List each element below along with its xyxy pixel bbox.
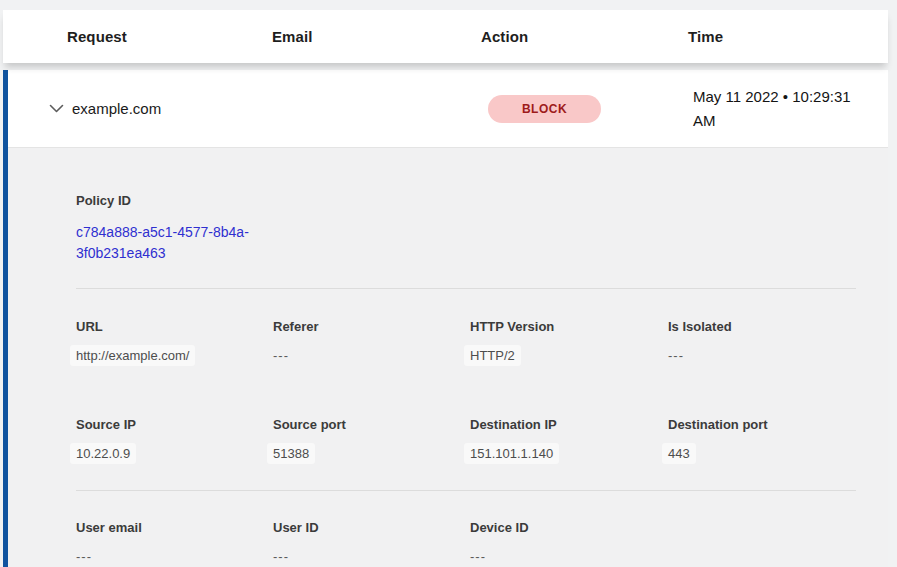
field-label: URL — [76, 319, 273, 334]
detail-field-row: URLhttp://example.com/Referer---HTTP Ver… — [76, 319, 865, 366]
field-value: 51388 — [273, 446, 470, 464]
field-value: --- — [273, 549, 470, 564]
field: Is Isolated--- — [668, 319, 865, 366]
field: User email--- — [76, 520, 273, 564]
column-header-request: Request — [67, 28, 272, 45]
expanded-log-row: example.com BLOCK May 11 2022 • 10:29:31… — [3, 70, 888, 567]
field: Destination port443 — [668, 417, 865, 464]
field-label: Destination port — [668, 417, 865, 432]
field-value: --- — [76, 549, 273, 564]
field-value: --- — [668, 348, 865, 363]
field-value: http://example.com/ — [76, 348, 273, 366]
field-value: --- — [470, 549, 668, 564]
field-value: 151.101.1.140 — [470, 446, 668, 464]
field-value: 10.22.0.9 — [76, 446, 273, 464]
field: Referer--- — [273, 319, 470, 366]
table-row[interactable]: example.com BLOCK May 11 2022 • 10:29:31… — [8, 70, 888, 148]
policy-id-field: Policy ID c784a888-a5c1-4577-8b4a-3f0b23… — [76, 193, 865, 264]
field: HTTP VersionHTTP/2 — [470, 319, 668, 366]
field-value: --- — [273, 348, 470, 363]
table-header: Request Email Action Time — [3, 10, 888, 63]
divider — [76, 288, 856, 289]
row-request-value: example.com — [72, 100, 277, 117]
column-header-time: Time — [688, 28, 888, 45]
field-label: Device ID — [470, 520, 668, 535]
field-label: User email — [76, 520, 273, 535]
field: URLhttp://example.com/ — [76, 319, 273, 366]
row-action-cell: BLOCK — [486, 95, 693, 123]
field: Destination IP151.101.1.140 — [470, 417, 668, 464]
detail-field-row: User email---User ID---Device ID--- — [76, 520, 865, 564]
row-expand-toggle[interactable] — [8, 104, 72, 113]
field-label: Source port — [273, 417, 470, 432]
field: Source port51388 — [273, 417, 470, 464]
row-time-value: May 11 2022 • 10:29:31 AM — [693, 85, 871, 133]
divider — [76, 490, 856, 491]
detail-field-row: Source IP10.22.0.9Source port51388Destin… — [76, 417, 865, 464]
field-value: 443 — [668, 446, 865, 464]
field-value: HTTP/2 — [470, 348, 668, 366]
field-label: Destination IP — [470, 417, 668, 432]
status-badge-block: BLOCK — [488, 95, 601, 123]
field: Source IP10.22.0.9 — [76, 417, 273, 464]
field-label: User ID — [273, 520, 470, 535]
policy-id-link[interactable]: c784a888-a5c1-4577-8b4a-3f0b231ea463 — [76, 222, 268, 264]
column-header-email: Email — [272, 28, 481, 45]
policy-id-label: Policy ID — [76, 193, 865, 208]
row-detail-panel: Policy ID c784a888-a5c1-4577-8b4a-3f0b23… — [8, 148, 888, 567]
field-label: HTTP Version — [470, 319, 668, 334]
field: User ID--- — [273, 520, 470, 564]
field-label: Source IP — [76, 417, 273, 432]
column-header-action: Action — [481, 28, 688, 45]
field: Device ID--- — [470, 520, 668, 564]
field-label: Is Isolated — [668, 319, 865, 334]
log-table: Request Email Action Time example.com BL… — [3, 10, 888, 567]
field-label: Referer — [273, 319, 470, 334]
chevron-down-icon — [49, 104, 64, 113]
